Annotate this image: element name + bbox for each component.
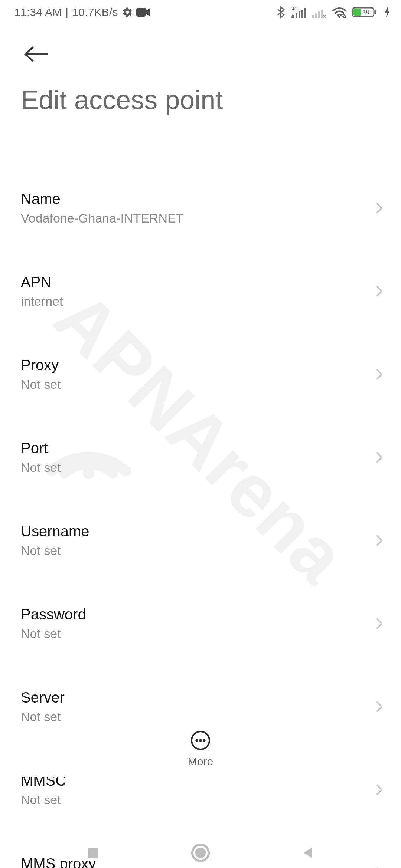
row-name[interactable]: Name Vodafone-Ghana-INTERNET bbox=[0, 177, 401, 240]
svg-rect-11 bbox=[318, 11, 320, 18]
status-separator: | bbox=[65, 6, 68, 19]
signal-nosim-icon bbox=[311, 6, 327, 19]
chevron-right-icon bbox=[373, 285, 386, 298]
signal-4g-icon: 4G bbox=[290, 6, 306, 19]
page-title: Edit access point bbox=[0, 69, 401, 139]
svg-point-15 bbox=[338, 16, 340, 18]
svg-rect-4 bbox=[296, 13, 297, 18]
status-left-icons bbox=[122, 7, 150, 18]
battery-icon: 38 bbox=[352, 6, 379, 18]
svg-point-26 bbox=[199, 739, 202, 742]
row-value: internet bbox=[21, 294, 365, 309]
system-nav-bar bbox=[0, 829, 401, 868]
svg-rect-21 bbox=[353, 9, 361, 16]
svg-rect-28 bbox=[88, 848, 98, 858]
chevron-right-icon bbox=[373, 368, 386, 381]
bluetooth-icon bbox=[276, 6, 285, 19]
triangle-left-icon bbox=[301, 845, 316, 860]
svg-rect-6 bbox=[301, 10, 303, 18]
svg-point-25 bbox=[195, 739, 198, 742]
svg-rect-20 bbox=[374, 10, 376, 14]
svg-point-30 bbox=[195, 848, 206, 858]
chevron-right-icon bbox=[373, 617, 386, 630]
row-value: Not set bbox=[21, 460, 365, 475]
row-label: Username bbox=[21, 523, 365, 540]
more-button[interactable]: More bbox=[188, 730, 213, 768]
row-label: Server bbox=[21, 689, 365, 706]
svg-text:4G: 4G bbox=[292, 6, 298, 11]
row-value: Not set bbox=[21, 543, 365, 558]
chevron-right-icon bbox=[373, 700, 386, 713]
svg-marker-22 bbox=[385, 7, 390, 17]
wifi-icon bbox=[332, 6, 347, 18]
svg-point-27 bbox=[203, 739, 205, 742]
chevron-right-icon bbox=[373, 783, 386, 796]
chevron-right-icon bbox=[373, 451, 386, 464]
svg-marker-31 bbox=[304, 848, 312, 858]
row-label: Name bbox=[21, 191, 365, 207]
row-label: APN bbox=[21, 274, 365, 290]
row-label: Proxy bbox=[21, 357, 365, 374]
row-value: Not set bbox=[21, 793, 365, 807]
back-button[interactable] bbox=[21, 39, 50, 69]
svg-rect-7 bbox=[304, 8, 306, 18]
arrow-left-icon bbox=[22, 45, 49, 63]
more-label: More bbox=[188, 755, 213, 768]
row-port[interactable]: Port Not set bbox=[0, 426, 401, 489]
nav-back-button[interactable] bbox=[293, 838, 323, 868]
row-value: Vodafone-Ghana-INTERNET bbox=[21, 211, 365, 226]
row-password[interactable]: Password Not set bbox=[0, 592, 401, 655]
nav-home-button[interactable] bbox=[186, 838, 215, 868]
row-label: Password bbox=[21, 606, 365, 623]
square-icon bbox=[85, 845, 100, 860]
video-camera-icon bbox=[136, 7, 150, 17]
nav-recent-button[interactable] bbox=[78, 838, 108, 868]
charging-bolt-icon bbox=[384, 6, 391, 18]
status-left: 11:34 AM | 10.7KB/s bbox=[14, 6, 150, 19]
svg-rect-1 bbox=[136, 8, 146, 17]
status-net-speed: 10.7KB/s bbox=[72, 6, 118, 19]
status-bar: 11:34 AM | 10.7KB/s 4G bbox=[0, 0, 401, 24]
svg-rect-9 bbox=[312, 15, 314, 18]
settings-gear-icon bbox=[122, 7, 133, 18]
battery-percent-text: 38 bbox=[362, 9, 369, 16]
row-value: Not set bbox=[21, 377, 365, 392]
chevron-right-icon bbox=[373, 534, 386, 547]
row-label: Port bbox=[21, 440, 365, 457]
chevron-right-icon bbox=[373, 201, 386, 215]
svg-rect-5 bbox=[299, 11, 300, 18]
more-ellipsis-icon bbox=[190, 730, 211, 751]
circle-icon bbox=[191, 843, 210, 862]
row-proxy[interactable]: Proxy Not set bbox=[0, 343, 401, 406]
row-apn[interactable]: APN internet bbox=[0, 260, 401, 323]
status-time: 11:34 AM bbox=[14, 6, 62, 19]
row-username[interactable]: Username Not set bbox=[0, 509, 401, 572]
svg-rect-12 bbox=[321, 10, 323, 18]
svg-rect-10 bbox=[315, 13, 317, 18]
bottom-toolbar: More bbox=[0, 721, 401, 777]
row-value: Not set bbox=[21, 627, 365, 641]
status-right: 4G bbox=[276, 6, 391, 19]
